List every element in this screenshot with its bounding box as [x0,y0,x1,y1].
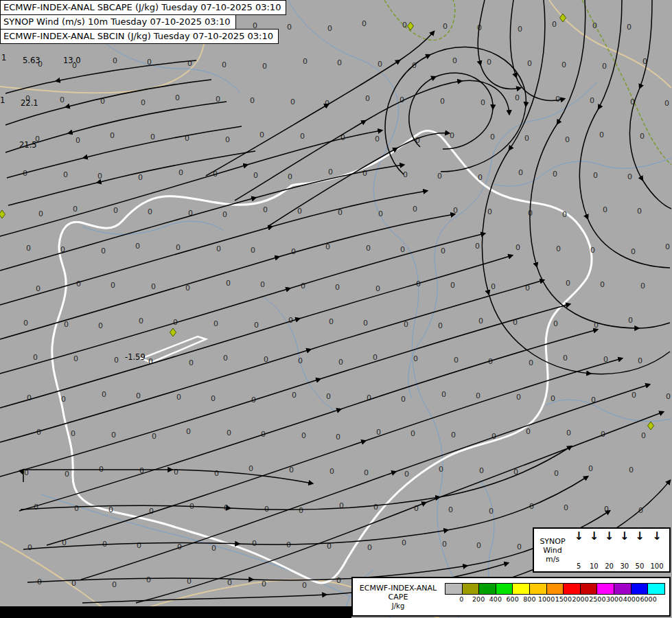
sbcin-zero-value: 0 [475,242,480,251]
cape-legend-title: ECMWF-INDEX-ANAL CAPE J/kg [353,578,443,615]
sbcin-zero-value: 0 [489,507,494,516]
sbcin-zero-value: 0 [453,206,458,215]
sbcin-zero-value: 0 [527,59,532,68]
sbcin-zero-value: 0 [223,354,228,363]
sbcin-zero-value: 0 [367,393,371,402]
sbcin-zero-value: 0 [328,168,333,176]
sbcin-zero-value: 0 [27,543,32,552]
title-line-wind: SYNOP Wind (m/s) 10m Tuesday 07-10-2025 … [0,14,236,30]
station-value-label: 1 [1,53,6,62]
sbcin-zero-value: 0 [375,284,380,293]
sbcin-zero-value: 0 [440,97,445,106]
sbcin-zero-value: 0 [401,395,406,404]
sbcin-zero-value: 0 [487,207,492,216]
sbcin-zero-value: 0 [98,321,103,330]
sbcin-zero-value: 0 [211,394,216,403]
sbcin-zero-value: 0 [26,244,31,253]
sbcin-zero-value: 0 [664,99,669,108]
sbcin-zero-value: 0 [176,393,181,402]
sbcin-zero-value: 0 [375,135,380,144]
sbcin-zero-value: 0 [303,57,308,66]
sbcin-zero-value: 0 [563,354,568,363]
sbcin-zero-value: 0 [641,431,646,440]
weather-map-stage: 0000000000000000000000000000000000000000… [0,0,672,618]
sbcin-zero-value: 0 [516,393,521,402]
sbcin-zero-value: 0 [335,283,340,292]
sbcin-zero-value: 0 [640,282,645,290]
sbcin-zero-value: 0 [112,580,117,589]
wind-speed-item: ↓5 [574,531,583,570]
cape-tick-label: 1000 [538,595,555,603]
sbcin-zero-value: 0 [113,56,117,65]
cape-color-cell [530,584,547,594]
sbcin-zero-value: 0 [551,394,555,403]
cape-tick-labels: 0200400600800100015002000250030004000600… [453,595,657,603]
sbcin-zero-value: 0 [478,317,483,325]
sbcin-zero-value: 0 [327,24,332,33]
cape-tick-label: 4000 [623,595,640,603]
sbcin-zero-value: 0 [222,60,227,69]
cape-tick-label: 1500 [555,595,572,603]
sbcin-zero-value: 0 [561,60,566,69]
wind-speed-label: 5 [577,562,581,570]
sbcin-zero-value: 0 [222,210,227,219]
cape-legend-variable: CAPE [389,593,408,602]
sbcin-zero-value: 0 [226,279,231,288]
sbcin-zero-value: 0 [600,280,605,289]
sbcin-zero-value: 0 [450,131,454,140]
sbcin-zero-value: 0 [263,205,268,214]
sbcin-zero-value: 0 [150,133,155,141]
cape-color-cells [445,583,665,595]
sbcin-zero-value: 0 [402,21,407,30]
sbcin-zero-value: 0 [110,131,115,140]
wind-speed-scale: ↓5↓10↓20↓30↓50↓100 [571,529,669,571]
station-value-label: 1 [0,95,5,105]
wind-arrow-icon: ↓ [635,531,644,542]
sbcin-zero-value: 0 [413,205,417,214]
sbcin-zero-value: 0 [63,170,68,179]
sbcin-zero-value: 0 [515,93,520,102]
cape-color-cell [463,584,480,594]
cape-color-cell [513,584,530,594]
sbcin-zero-value: 0 [61,395,66,404]
sbcin-zero-value: 0 [555,95,560,104]
cape-tick-label: 400 [487,595,505,603]
sbcin-zero-value: 0 [628,316,633,325]
sbcin-zero-value: 0 [443,22,448,31]
cape-tick-label: 3000 [606,595,623,603]
sbcin-zero-value: 0 [38,209,43,218]
sbcin-zero-value: 0 [152,432,157,441]
cape-color-cell [581,584,598,594]
sbcin-zero-value: 0 [378,209,383,218]
sbcin-zero-value: 0 [336,433,340,442]
map-canvas: 0000000000000000000000000000000000000000… [0,0,672,618]
wind-speed-item: ↓50 [635,531,644,570]
sbcin-zero-value: 0 [298,356,303,365]
sbcin-zero-value: 0 [603,205,607,214]
sbcin-zero-value: 0 [602,62,607,71]
sbcin-zero-value: 0 [632,391,636,400]
sbcin-zero-value: 0 [101,247,106,255]
wind-speed-item: ↓100 [651,531,664,570]
sbcin-zero-value: 0 [518,25,522,34]
title-line-sbcape: ECMWF-INDEX-ANAL SBCAPE (J/kg) Tuesday 0… [0,0,286,15]
sbcin-zero-value: 0 [566,428,571,437]
sbcin-zero-value: 0 [138,173,143,182]
sbcin-zero-value: 0 [363,319,368,328]
sbcin-zero-value: 0 [378,60,382,69]
sbcin-zero-value: 0 [34,503,38,512]
cape-color-cell [632,584,649,594]
sbcin-zero-value: 0 [339,501,344,510]
cape-color-cell [614,584,632,594]
cape-color-cell [564,584,581,594]
sbcin-zero-value: 0 [102,390,106,399]
wind-arrow-icon: ↓ [620,531,629,542]
sbcin-zero-value: 0 [410,429,415,438]
sbcin-zero-value: 0 [290,98,295,106]
sbcin-zero-value: 0 [300,132,305,141]
sbcin-zero-value: 0 [362,169,367,178]
sbcin-zero-value: 0 [666,392,671,401]
sbcin-zero-value: 0 [400,245,405,254]
sbcin-zero-value: 0 [214,469,219,478]
sbcin-zero-value: 0 [302,581,307,590]
